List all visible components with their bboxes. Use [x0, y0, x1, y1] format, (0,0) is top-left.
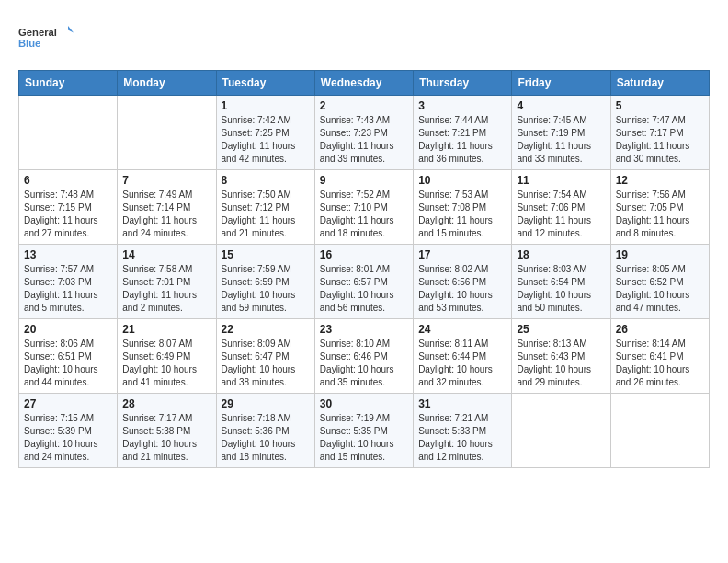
day-number: 2: [320, 99, 408, 112]
calendar-cell: 29Sunrise: 7:18 AMSunset: 5:36 PMDayligh…: [216, 394, 314, 468]
day-number: 6: [24, 174, 112, 187]
day-number: 29: [222, 397, 310, 410]
day-info: Sunrise: 8:13 AMSunset: 6:43 PMDaylight:…: [517, 338, 605, 389]
day-number: 5: [616, 99, 704, 112]
day-info: Sunrise: 7:59 AMSunset: 6:59 PMDaylight:…: [222, 263, 310, 315]
day-number: 23: [320, 323, 408, 336]
calendar-cell: 16Sunrise: 8:01 AMSunset: 6:57 PMDayligh…: [314, 245, 413, 319]
day-info: Sunrise: 7:17 AMSunset: 5:38 PMDaylight:…: [122, 412, 210, 464]
calendar-cell: 27Sunrise: 7:15 AMSunset: 5:39 PMDayligh…: [19, 394, 118, 468]
calendar-cell: [610, 394, 709, 468]
logo-svg: General Blue: [18, 18, 74, 55]
calendar-cell: 4Sunrise: 7:45 AMSunset: 7:19 PMDaylight…: [512, 96, 610, 170]
day-number: 7: [122, 174, 210, 187]
weekday-header: Saturday: [610, 71, 709, 96]
calendar-cell: [19, 96, 118, 170]
day-info: Sunrise: 7:42 AMSunset: 7:25 PMDaylight:…: [222, 114, 310, 166]
calendar-cell: 25Sunrise: 8:13 AMSunset: 6:43 PMDayligh…: [512, 319, 610, 394]
day-info: Sunrise: 8:05 AMSunset: 6:52 PMDaylight:…: [616, 263, 704, 315]
day-info: Sunrise: 8:09 AMSunset: 6:47 PMDaylight:…: [222, 338, 310, 389]
day-number: 19: [616, 248, 704, 261]
calendar-cell: 28Sunrise: 7:17 AMSunset: 5:38 PMDayligh…: [118, 394, 216, 468]
calendar-cell: 8Sunrise: 7:50 AMSunset: 7:12 PMDaylight…: [216, 170, 314, 245]
calendar-cell: 5Sunrise: 7:47 AMSunset: 7:17 PMDaylight…: [610, 96, 709, 170]
calendar-table: SundayMondayTuesdayWednesdayThursdayFrid…: [18, 70, 710, 468]
day-info: Sunrise: 7:50 AMSunset: 7:12 PMDaylight:…: [222, 189, 310, 240]
day-info: Sunrise: 8:02 AMSunset: 6:56 PMDaylight:…: [418, 263, 506, 315]
day-info: Sunrise: 7:18 AMSunset: 5:36 PMDaylight:…: [222, 412, 310, 464]
day-info: Sunrise: 7:52 AMSunset: 7:10 PMDaylight:…: [320, 189, 408, 240]
day-number: 20: [24, 323, 112, 336]
day-info: Sunrise: 8:01 AMSunset: 6:57 PMDaylight:…: [320, 263, 408, 315]
weekday-header: Thursday: [414, 71, 512, 96]
calendar-cell: [118, 96, 216, 170]
day-number: 26: [616, 323, 704, 336]
day-info: Sunrise: 8:06 AMSunset: 6:51 PMDaylight:…: [24, 338, 112, 389]
day-info: Sunrise: 7:43 AMSunset: 7:23 PMDaylight:…: [320, 114, 408, 166]
calendar-cell: 15Sunrise: 7:59 AMSunset: 6:59 PMDayligh…: [216, 245, 314, 319]
svg-text:Blue: Blue: [18, 38, 40, 49]
day-number: 18: [517, 248, 605, 261]
day-number: 27: [24, 397, 112, 410]
calendar-cell: 12Sunrise: 7:56 AMSunset: 7:05 PMDayligh…: [610, 170, 709, 245]
day-number: 24: [418, 323, 506, 336]
day-info: Sunrise: 8:10 AMSunset: 6:46 PMDaylight:…: [320, 338, 408, 389]
calendar-cell: 24Sunrise: 8:11 AMSunset: 6:44 PMDayligh…: [414, 319, 512, 394]
day-info: Sunrise: 7:47 AMSunset: 7:17 PMDaylight:…: [616, 114, 704, 166]
day-number: 21: [122, 323, 210, 336]
calendar-cell: 22Sunrise: 8:09 AMSunset: 6:47 PMDayligh…: [216, 319, 314, 394]
day-info: Sunrise: 8:14 AMSunset: 6:41 PMDaylight:…: [616, 338, 704, 389]
weekday-header: Monday: [118, 71, 216, 96]
calendar-cell: 23Sunrise: 8:10 AMSunset: 6:46 PMDayligh…: [314, 319, 413, 394]
calendar-cell: 11Sunrise: 7:54 AMSunset: 7:06 PMDayligh…: [512, 170, 610, 245]
day-number: 3: [418, 99, 506, 112]
day-number: 12: [616, 174, 704, 187]
page-header: General Blue: [18, 18, 710, 55]
day-number: 15: [222, 248, 310, 261]
weekday-header-row: SundayMondayTuesdayWednesdayThursdayFrid…: [19, 71, 710, 96]
day-number: 31: [418, 397, 506, 410]
day-number: 30: [320, 397, 408, 410]
day-number: 13: [24, 248, 112, 261]
day-info: Sunrise: 7:57 AMSunset: 7:03 PMDaylight:…: [24, 263, 112, 315]
day-number: 16: [320, 248, 408, 261]
calendar-cell: 21Sunrise: 8:07 AMSunset: 6:49 PMDayligh…: [118, 319, 216, 394]
calendar-cell: 26Sunrise: 8:14 AMSunset: 6:41 PMDayligh…: [610, 319, 709, 394]
day-number: 17: [418, 248, 506, 261]
day-info: Sunrise: 7:49 AMSunset: 7:14 PMDaylight:…: [122, 189, 210, 240]
day-number: 4: [517, 99, 605, 112]
calendar-cell: 17Sunrise: 8:02 AMSunset: 6:56 PMDayligh…: [414, 245, 512, 319]
calendar-cell: 30Sunrise: 7:19 AMSunset: 5:35 PMDayligh…: [314, 394, 413, 468]
day-info: Sunrise: 7:15 AMSunset: 5:39 PMDaylight:…: [24, 412, 112, 464]
calendar-week-row: 6Sunrise: 7:48 AMSunset: 7:15 PMDaylight…: [19, 170, 710, 245]
day-number: 28: [122, 397, 210, 410]
day-number: 25: [517, 323, 605, 336]
weekday-header: Sunday: [19, 71, 118, 96]
day-info: Sunrise: 8:11 AMSunset: 6:44 PMDaylight:…: [418, 338, 506, 389]
logo: General Blue: [18, 18, 74, 55]
day-info: Sunrise: 8:07 AMSunset: 6:49 PMDaylight:…: [122, 338, 210, 389]
calendar-cell: 1Sunrise: 7:42 AMSunset: 7:25 PMDaylight…: [216, 96, 314, 170]
day-number: 8: [222, 174, 310, 187]
calendar-week-row: 20Sunrise: 8:06 AMSunset: 6:51 PMDayligh…: [19, 319, 710, 394]
calendar-cell: [512, 394, 610, 468]
calendar-week-row: 1Sunrise: 7:42 AMSunset: 7:25 PMDaylight…: [19, 96, 710, 170]
day-info: Sunrise: 7:21 AMSunset: 5:33 PMDaylight:…: [418, 412, 506, 464]
svg-marker-2: [68, 26, 74, 33]
day-info: Sunrise: 7:48 AMSunset: 7:15 PMDaylight:…: [24, 189, 112, 240]
weekday-header: Friday: [512, 71, 610, 96]
day-number: 10: [418, 174, 506, 187]
calendar-cell: 14Sunrise: 7:58 AMSunset: 7:01 PMDayligh…: [118, 245, 216, 319]
day-info: Sunrise: 7:19 AMSunset: 5:35 PMDaylight:…: [320, 412, 408, 464]
day-number: 1: [222, 99, 310, 112]
calendar-cell: 18Sunrise: 8:03 AMSunset: 6:54 PMDayligh…: [512, 245, 610, 319]
calendar-cell: 19Sunrise: 8:05 AMSunset: 6:52 PMDayligh…: [610, 245, 709, 319]
calendar-cell: 9Sunrise: 7:52 AMSunset: 7:10 PMDaylight…: [314, 170, 413, 245]
day-number: 22: [222, 323, 310, 336]
day-info: Sunrise: 7:56 AMSunset: 7:05 PMDaylight:…: [616, 189, 704, 240]
calendar-cell: 13Sunrise: 7:57 AMSunset: 7:03 PMDayligh…: [19, 245, 118, 319]
day-info: Sunrise: 7:58 AMSunset: 7:01 PMDaylight:…: [122, 263, 210, 315]
weekday-header: Tuesday: [216, 71, 314, 96]
day-number: 9: [320, 174, 408, 187]
day-info: Sunrise: 7:45 AMSunset: 7:19 PMDaylight:…: [517, 114, 605, 166]
